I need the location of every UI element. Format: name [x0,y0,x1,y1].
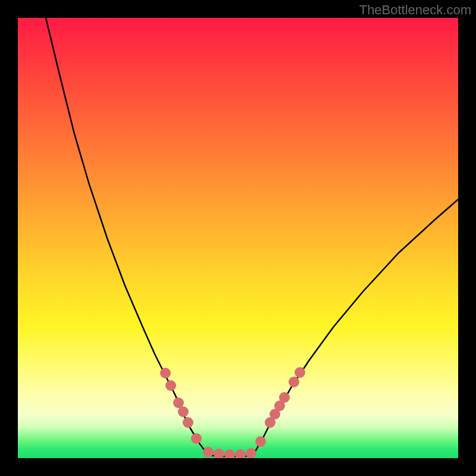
data-marker [224,449,235,458]
data-marker [295,367,305,378]
data-marker [235,449,246,458]
chart-svg [18,18,458,458]
data-marker [246,448,256,458]
plot-area [18,18,458,458]
curve-markers [160,367,305,458]
data-marker [279,392,290,403]
curve-line [46,18,458,456]
data-marker [160,368,171,378]
data-marker [165,380,176,391]
data-marker [214,449,224,458]
data-marker [183,417,193,428]
attribution-text: TheBottleneck.com [359,2,471,18]
data-marker [255,436,266,447]
data-marker [191,433,202,444]
data-marker [203,447,214,458]
chart-container: TheBottleneck.com [0,0,476,476]
data-marker [289,377,299,387]
data-marker [178,406,189,417]
